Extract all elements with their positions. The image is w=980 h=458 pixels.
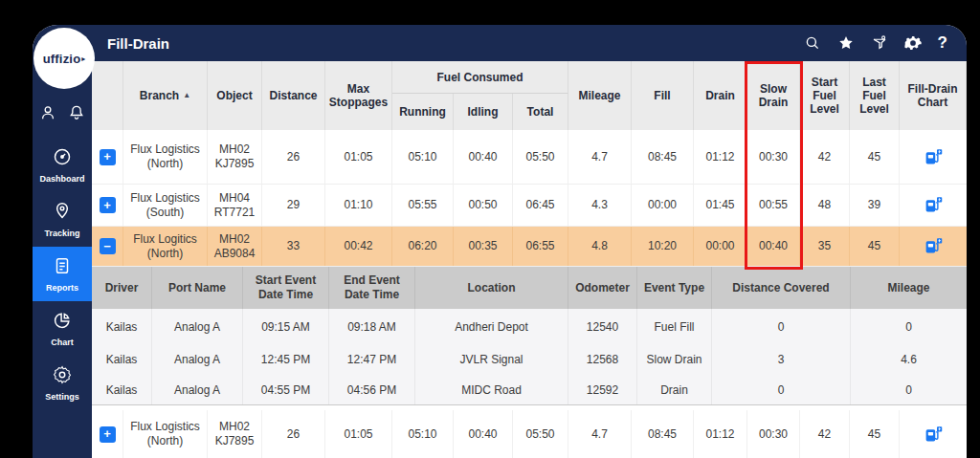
fill-drain-chart-icon[interactable] [924,195,944,215]
detail-header-start-event: Start Event Date Time [243,267,329,309]
user-icon[interactable] [38,103,57,126]
column-header-slow-drain: Slow Drain [747,61,800,130]
cell-branch: Flux Logitics (North) [123,227,208,266]
sidebar-item-label: Settings [45,392,79,402]
app-window: uffizio ▸ [33,25,967,458]
cell-running: 05:10 [392,130,454,184]
cell-branch: Flux Logistics (South) [123,185,208,226]
cell-fill: 08:45 [632,130,694,184]
uffizio-logo: uffizio ▸ [33,28,95,89]
search-icon[interactable] [804,34,821,52]
expander-column-header [92,61,123,130]
cell-last-fuel-level: 45 [850,130,900,184]
filter-settings-icon[interactable] [871,34,888,52]
logo-text: uffizio [43,52,81,66]
cell-distance: 29 [262,185,325,226]
cell-object: MH04 RT7721 [208,185,262,226]
sidebar-item-settings[interactable]: Settings [33,356,92,410]
titlebar: Fill-Drain [92,25,967,61]
detail-cell-mileage: 0 [851,375,967,404]
detail-cell-location: Andheri Depot [415,309,568,344]
detail-header-end-event: End Event Date Time [329,267,415,309]
sidebar-item-label: Chart [51,338,74,347]
cell-running: 05:10 [392,410,454,458]
cell-total: 06:45 [513,185,568,226]
cell-mileage: 4.7 [568,410,632,458]
notifications-bell-icon[interactable] [67,103,86,126]
detail-cell-event-type: Drain [637,375,712,404]
detail-cell-event-type: Slow Drain [637,344,712,375]
detail-row: Kailas Analog A 09:15 AM 09:18 AM Andher… [92,309,967,344]
sidebar-quick-icons [33,103,92,126]
cell-total: 06:55 [513,227,568,266]
fill-drain-chart-icon[interactable] [924,147,944,167]
cell-mileage: 4.8 [568,227,632,266]
detail-table-header: Driver Port Name Start Event Date Time E… [92,267,967,309]
logo-arrow-icon: ▸ [81,55,85,63]
detail-cell-end-event: 04:56 PM [329,375,415,404]
detail-cell-start-event: 04:55 PM [243,375,329,404]
detail-cell-location: JVLR Signal [415,344,568,375]
detail-row: Kailas Analog A 04:55 PM 04:56 PM MIDC R… [92,375,967,405]
sort-asc-icon: ▲ [183,89,190,102]
sidebar-item-reports[interactable]: Reports [33,247,92,301]
cell-start-fuel-level: 48 [800,185,850,226]
cell-fill: 10:20 [632,227,694,266]
help-icon[interactable]: ? [938,33,947,53]
tracking-pin-icon [52,201,73,226]
expand-row-button[interactable]: + [100,426,116,443]
cell-mileage: 4.3 [568,185,632,226]
cell-mileage: 4.7 [568,130,632,184]
sidebar-item-dashboard[interactable]: Dashboard [33,138,92,192]
detail-header-event-type: Event Type [637,267,712,309]
detail-cell-start-event: 09:15 AM [243,309,329,344]
cell-idling: 00:50 [454,185,513,226]
column-header-idling: Idling [454,94,513,130]
column-header-max-stoppages: Max Stoppages [325,61,392,130]
sidebar-item-tracking[interactable]: Tracking [33,192,92,247]
cell-idling: 00:40 [454,410,513,458]
cell-start-fuel-level: 42 [800,410,850,458]
cell-last-fuel-level: 39 [850,185,900,226]
cell-distance: 26 [262,130,325,184]
fill-drain-chart-icon[interactable] [924,425,944,445]
detail-cell-odometer: 12568 [568,344,637,375]
cell-idling: 00:35 [454,227,513,266]
detail-cell-driver: Kailas [92,344,152,375]
table-row: + Flux Logistics (North) MH02 KJ7895 26 … [92,410,967,458]
cell-drain: 01:12 [694,410,747,458]
main-content: Fill-Drain [92,25,967,458]
fill-drain-report-table: Branch ▲ Object Distance Max Stoppages F… [92,61,967,458]
detail-cell-port-name: Analog A [152,309,243,344]
expand-row-button[interactable]: + [100,197,116,213]
column-header-start-fuel-level: Start Fuel Level [800,61,850,130]
collapse-row-button[interactable]: − [100,238,116,254]
cell-max-stoppages: 01:05 [325,130,392,184]
column-header-running: Running [392,94,454,130]
favorite-star-icon[interactable] [837,34,855,52]
detail-cell-end-event: 09:18 AM [329,309,415,344]
cell-start-fuel-level: 42 [800,130,850,184]
sidebar-item-chart[interactable]: Chart [33,301,92,356]
expand-row-button[interactable]: + [100,149,116,165]
cell-slow-drain: 00:30 [747,130,800,184]
sidebar-nav: Dashboard Tracking [33,138,92,410]
detail-cell-driver: Kailas [92,309,152,344]
column-header-drain: Drain [694,61,747,130]
cell-max-stoppages: 01:10 [325,185,392,226]
fill-drain-chart-icon[interactable] [924,236,944,256]
cell-last-fuel-level: 45 [850,410,900,458]
cell-object: MH02 AB9084 [208,227,262,266]
page-background: uffizio ▸ [0,0,980,458]
settings-gear-icon[interactable] [904,34,922,52]
column-header-branch[interactable]: Branch ▲ [123,61,208,130]
detail-cell-port-name: Analog A [152,344,243,375]
cell-object: MH02 KJ7895 [208,130,262,184]
detail-cell-distance-covered: 0 [712,375,851,404]
column-header-total: Total [513,94,568,130]
cell-slow-drain: 00:30 [747,410,800,458]
cell-drain: 01:12 [694,130,747,184]
table-row: + Flux Logistics (North) MH02 KJ7895 26 … [92,130,967,185]
column-header-distance: Distance [262,61,325,130]
cell-max-stoppages: 01:05 [325,410,392,458]
